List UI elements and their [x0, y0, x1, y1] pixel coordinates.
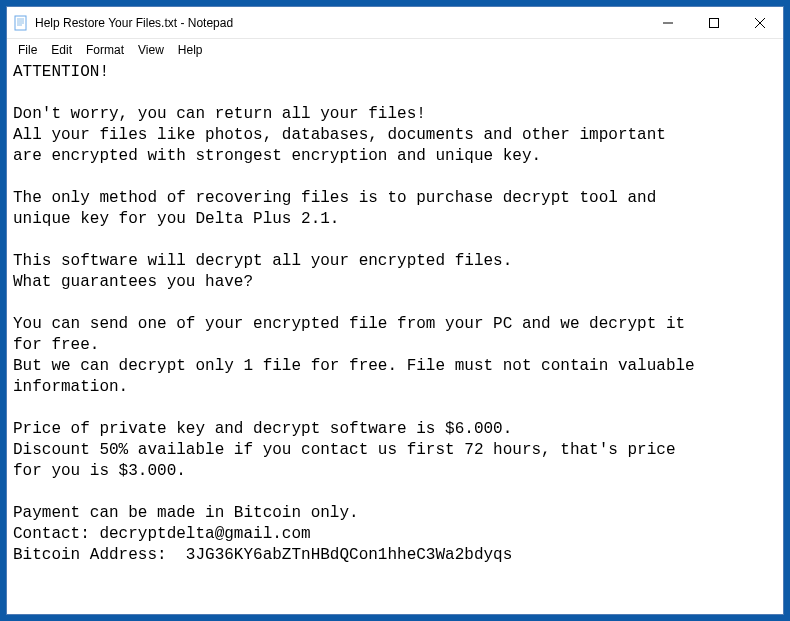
close-button[interactable]	[737, 7, 783, 38]
maximize-button[interactable]	[691, 7, 737, 38]
window-controls	[645, 7, 783, 38]
titlebar[interactable]: Help Restore Your Files.txt - Notepad	[7, 7, 783, 39]
menubar: File Edit Format View Help	[7, 39, 783, 60]
menu-format[interactable]: Format	[79, 41, 131, 59]
menu-file[interactable]: File	[11, 41, 44, 59]
notepad-icon	[13, 15, 29, 31]
menu-view[interactable]: View	[131, 41, 171, 59]
menu-edit[interactable]: Edit	[44, 41, 79, 59]
text-area[interactable]: ATTENTION! Don't worry, you can return a…	[7, 60, 783, 614]
minimize-button[interactable]	[645, 7, 691, 38]
notepad-window: Help Restore Your Files.txt - Notepad Fi…	[6, 6, 784, 615]
svg-rect-6	[710, 18, 719, 27]
window-title: Help Restore Your Files.txt - Notepad	[35, 16, 645, 30]
menu-help[interactable]: Help	[171, 41, 210, 59]
